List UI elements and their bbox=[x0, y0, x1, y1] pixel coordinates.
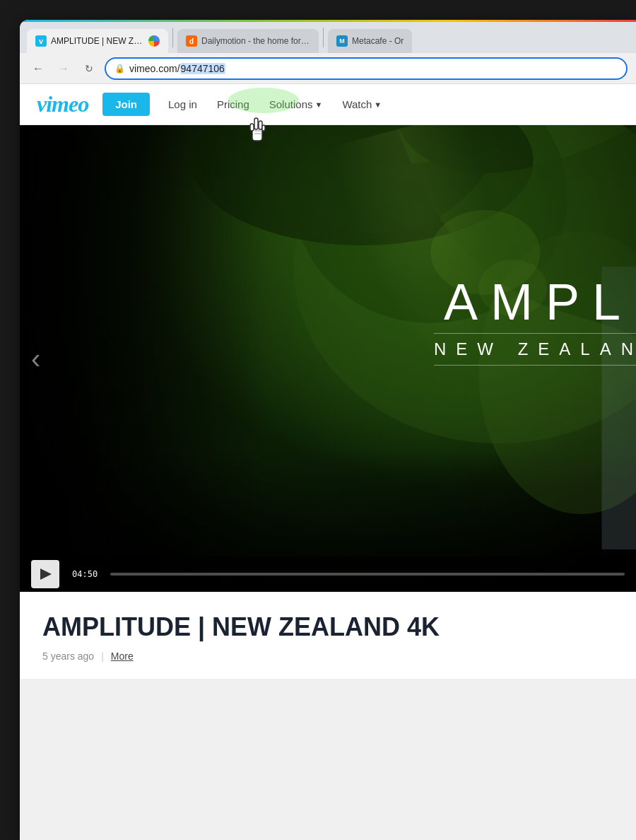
video-meta: 5 years ago | More bbox=[42, 651, 613, 662]
tab-dailymotion[interactable]: d Dailymotion - the home for vid bbox=[177, 29, 319, 53]
tab-bar: v AMPLITUDE | NEW ZEALAND d Dailymotion … bbox=[20, 22, 636, 53]
url-highlighted: 94747106 bbox=[180, 63, 225, 74]
forward-button[interactable]: → bbox=[54, 59, 73, 78]
solutions-chevron-icon: ▼ bbox=[314, 100, 322, 109]
address-bar[interactable]: 🔒 vimeo.com/94747106 bbox=[105, 57, 628, 80]
chrome-browser-icon bbox=[148, 35, 160, 47]
video-player[interactable]: AMPL NEW ZEALAN ‹ 04:50 bbox=[20, 125, 636, 592]
join-button[interactable]: Join bbox=[102, 93, 150, 116]
video-progress-bar[interactable] bbox=[110, 573, 625, 576]
content-area: AMPLITUDE | NEW ZEALAND 4K 5 years ago |… bbox=[20, 592, 636, 679]
watch-chevron-icon: ▼ bbox=[374, 100, 382, 109]
tab-vimeo[interactable]: v AMPLITUDE | NEW ZEALAND bbox=[27, 29, 168, 53]
reload-button[interactable]: ↻ bbox=[79, 59, 99, 78]
video-title-ampl: AMPL bbox=[434, 276, 636, 327]
url-prefix: vimeo.com/ bbox=[129, 63, 180, 74]
more-link[interactable]: More bbox=[111, 651, 134, 662]
video-title-nz: NEW ZEALAN bbox=[434, 333, 636, 366]
vimeo-logo: vimeo bbox=[37, 91, 88, 117]
play-button[interactable] bbox=[31, 560, 59, 588]
watch-dropdown[interactable]: Watch ▼ bbox=[332, 84, 391, 125]
security-lock-icon: 🔒 bbox=[114, 64, 125, 74]
solutions-dropdown[interactable]: Solutions ▼ bbox=[259, 84, 333, 125]
previous-arrow-button[interactable]: ‹ bbox=[31, 343, 40, 375]
meta-separator: | bbox=[101, 651, 104, 662]
video-age: 5 years ago bbox=[42, 651, 94, 662]
video-controls-bar: 04:50 bbox=[20, 556, 636, 592]
tab-metacafe-title: Metacafe - Or bbox=[352, 36, 404, 46]
dailymotion-favicon-icon: d bbox=[186, 35, 197, 47]
tab-vimeo-title: AMPLITUDE | NEW ZEALAND bbox=[51, 36, 144, 46]
metacafe-favicon-icon: M bbox=[336, 35, 348, 47]
vimeo-navbar: vimeo Join Log in Pricing Solutions ▼ Wa… bbox=[20, 84, 636, 125]
tab-dailymotion-title: Dailymotion - the home for vid bbox=[201, 36, 310, 46]
video-main-title: AMPLITUDE | NEW ZEALAND 4K bbox=[42, 612, 613, 642]
play-icon bbox=[40, 568, 52, 580]
video-title-overlay: AMPL NEW ZEALAN bbox=[434, 276, 636, 366]
tab-divider-1 bbox=[172, 28, 173, 47]
login-link[interactable]: Log in bbox=[158, 84, 207, 125]
address-bar-row: ← → ↻ 🔒 vimeo.com/94747106 bbox=[20, 53, 636, 84]
tab-metacafe[interactable]: M Metacafe - Or bbox=[328, 29, 412, 53]
browser-window: v AMPLITUDE | NEW ZEALAND d Dailymotion … bbox=[20, 20, 636, 840]
tab-divider-2 bbox=[323, 28, 324, 47]
vimeo-favicon-icon: v bbox=[35, 35, 47, 47]
url-text: vimeo.com/94747106 bbox=[129, 63, 618, 74]
video-duration-badge: 04:50 bbox=[68, 567, 102, 581]
back-button[interactable]: ← bbox=[28, 59, 48, 78]
pricing-link[interactable]: Pricing bbox=[207, 84, 259, 125]
